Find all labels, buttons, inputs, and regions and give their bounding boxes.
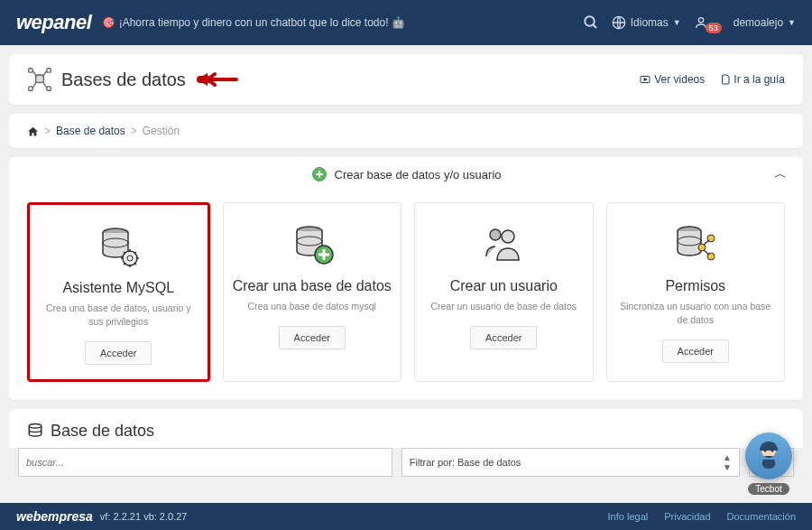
footer-link-privacy[interactable]: Privacidad bbox=[664, 511, 710, 522]
videos-link[interactable]: Ver videos bbox=[640, 73, 705, 86]
header-left: wepanel 🎯 ¡Ahorra tiempo y dinero con un… bbox=[16, 11, 405, 34]
svg-point-24 bbox=[502, 230, 514, 243]
svg-line-1 bbox=[593, 24, 596, 28]
collapse-icon[interactable]: ︿ bbox=[774, 166, 787, 182]
chevron-down-icon: ▼ bbox=[788, 18, 796, 27]
username: demoalejo bbox=[734, 16, 783, 29]
card-title: Permisos bbox=[665, 277, 725, 294]
breadcrumb-item[interactable]: Base de datos bbox=[56, 125, 125, 137]
card-title: Crear una base de datos bbox=[233, 277, 392, 294]
card-create-user: Crear un usuario Crear un usuario de bas… bbox=[414, 202, 594, 382]
tagline: 🎯 ¡Ahorra tiempo y dinero con un chatbot… bbox=[102, 16, 405, 29]
svg-rect-8 bbox=[47, 87, 51, 90]
footer-links: Info legal Privacidad Documentación bbox=[608, 511, 796, 522]
tecbot-label: Tecbot bbox=[748, 483, 789, 495]
svg-point-0 bbox=[585, 16, 595, 26]
highlight-arrow-icon bbox=[195, 70, 238, 88]
card-desc: Crear un usuario de base de datos bbox=[430, 300, 577, 313]
user-menu[interactable]: 53 demoalejo ▼ bbox=[694, 15, 796, 30]
title-left: Bases de datos bbox=[27, 67, 238, 92]
card-create-database: Crear una base de datos Crea una base de… bbox=[223, 202, 402, 382]
footer-link-legal[interactable]: Info legal bbox=[608, 511, 649, 522]
svg-point-36 bbox=[771, 450, 774, 452]
svg-point-25 bbox=[490, 229, 501, 240]
create-section: Crear base de datos y/o usuario ︿ Asiste… bbox=[9, 157, 803, 400]
svg-rect-7 bbox=[29, 87, 32, 90]
db-list-header: Base de datos bbox=[9, 409, 803, 448]
page-title: Bases de datos bbox=[61, 70, 186, 90]
card-desc: Sincroniza un usuario con una base de da… bbox=[616, 300, 776, 326]
card-desc: Crea una base de datos mysql bbox=[248, 300, 376, 313]
title-panel: Bases de datos Ver videos Ir a la guía bbox=[9, 54, 803, 105]
users-icon bbox=[479, 218, 528, 272]
footer-link-docs[interactable]: Documentación bbox=[727, 511, 796, 522]
tecbot-avatar-icon bbox=[745, 432, 792, 479]
header-right: Idiomas ▼ 53 demoalejo ▼ bbox=[583, 14, 796, 31]
home-icon[interactable] bbox=[27, 126, 39, 137]
database-icon bbox=[27, 423, 43, 439]
footer-left: webempresa vf: 2.2.21 vb: 2.0.27 bbox=[16, 509, 187, 524]
svg-line-10 bbox=[43, 70, 47, 76]
search-input[interactable] bbox=[18, 448, 392, 477]
svg-point-3 bbox=[698, 18, 703, 23]
guide-link[interactable]: Ir a la guía bbox=[719, 73, 785, 86]
main-content: Bases de datos Ver videos Ir a la guía >… bbox=[0, 45, 812, 486]
svg-marker-13 bbox=[197, 73, 208, 86]
top-header: wepanel 🎯 ¡Ahorra tiempo y dinero con un… bbox=[0, 0, 812, 45]
breadcrumb-separator: > bbox=[131, 125, 137, 137]
languages-menu[interactable]: Idiomas ▼ bbox=[612, 15, 681, 30]
svg-rect-5 bbox=[29, 69, 32, 72]
database-share-icon bbox=[671, 218, 720, 272]
section-title: Base de datos bbox=[51, 422, 154, 441]
plus-circle-icon bbox=[311, 166, 328, 182]
svg-line-31 bbox=[704, 240, 709, 245]
footer: webempresa vf: 2.2.21 vb: 2.0.27 Info le… bbox=[0, 503, 812, 530]
card-desc: Crea una base de datos, usuario y sus pr… bbox=[39, 302, 198, 328]
access-button[interactable]: Acceder bbox=[470, 326, 537, 349]
breadcrumb: > Base de datos > Gestión bbox=[9, 114, 803, 148]
svg-marker-15 bbox=[644, 79, 647, 81]
select-arrows-icon: ▲▼ bbox=[723, 452, 732, 472]
breadcrumb-current: Gestión bbox=[143, 125, 180, 137]
title-links: Ver videos Ir a la guía bbox=[640, 73, 785, 86]
languages-label: Idiomas bbox=[631, 16, 669, 29]
version-text: vf: 2.2.21 vb: 2.0.27 bbox=[100, 511, 188, 522]
access-button[interactable]: Acceder bbox=[662, 339, 729, 363]
card-title: Crear un usuario bbox=[450, 277, 558, 294]
svg-line-12 bbox=[43, 82, 47, 88]
svg-point-33 bbox=[29, 424, 42, 429]
tecbot-widget[interactable]: Tecbot bbox=[745, 432, 792, 496]
svg-point-35 bbox=[764, 450, 767, 452]
filter-select[interactable]: Filtrar por: Base de datos ▲▼ bbox=[401, 448, 740, 477]
chevron-down-icon: ▼ bbox=[673, 18, 681, 27]
svg-line-11 bbox=[32, 82, 36, 88]
access-button[interactable]: Acceder bbox=[85, 341, 152, 365]
create-header-text: Crear base de datos y/o usuario bbox=[335, 168, 502, 181]
card-mysql-assistant: Asistente MySQL Crea una base de datos, … bbox=[27, 202, 210, 382]
footer-logo[interactable]: webempresa bbox=[16, 509, 93, 524]
search-icon[interactable] bbox=[583, 14, 599, 31]
create-header[interactable]: Crear base de datos y/o usuario ︿ bbox=[9, 157, 803, 191]
access-button[interactable]: Acceder bbox=[279, 326, 346, 349]
card-title: Asistente MySQL bbox=[62, 279, 174, 296]
notification-badge: 53 bbox=[706, 23, 722, 33]
svg-rect-6 bbox=[47, 69, 51, 72]
logo[interactable]: wepanel bbox=[16, 11, 91, 34]
svg-line-32 bbox=[704, 250, 709, 255]
cards-grid: Asistente MySQL Crea una base de datos, … bbox=[9, 191, 803, 400]
database-plus-icon bbox=[288, 218, 337, 272]
svg-line-9 bbox=[32, 70, 36, 76]
filter-row: Filtrar por: Base de datos ▲▼ 10 ▴▾ bbox=[9, 448, 803, 477]
database-network-icon bbox=[27, 67, 52, 92]
card-permissions: Permisos Sincroniza un usuario con una b… bbox=[606, 202, 786, 382]
database-gear-icon bbox=[94, 219, 143, 274]
breadcrumb-separator: > bbox=[44, 125, 51, 137]
